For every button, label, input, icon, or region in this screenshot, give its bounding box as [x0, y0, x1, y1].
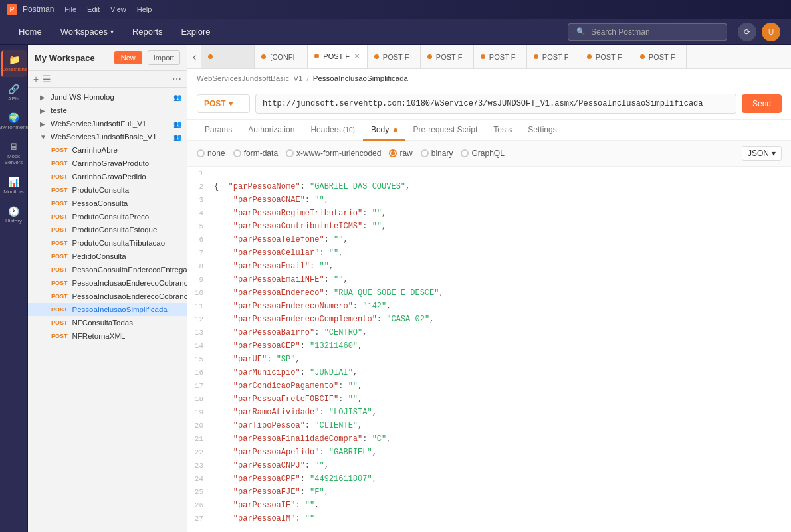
request-name: PedidoConsulta: [72, 252, 181, 260]
body-opt-none[interactable]: none: [197, 149, 225, 158]
line-number: 24: [187, 472, 211, 486]
filter-icon[interactable]: ☰: [43, 74, 51, 84]
tab-tests[interactable]: Tests: [485, 120, 520, 141]
tree-item-pessoa-consulta[interactable]: POST PessoaConsulta: [28, 197, 187, 210]
sidebar-item-monitors[interactable]: 📊 Monitors: [1, 173, 27, 199]
nav-home[interactable]: Home: [11, 23, 50, 41]
tree-item-teste[interactable]: ▶ teste: [28, 104, 187, 117]
sidebar-item-apis[interactable]: 🔗 APIs: [1, 80, 27, 106]
nav-explore[interactable]: Explore: [173, 23, 219, 41]
tab-tab2[interactable]: POST F ✕: [308, 45, 368, 69]
request-name: PessoaConsulta: [72, 199, 181, 207]
line-number: 3: [187, 193, 211, 207]
tree-item-pessoa-inc-end-cob-2[interactable]: POST PessoaInclusaoEnderecoCobranca: [28, 290, 187, 303]
tab-authorization[interactable]: Authorization: [240, 120, 302, 141]
method-chevron: ▾: [229, 99, 233, 108]
tree-item-ws-full[interactable]: ▶ WebServiceJundsoftFull_V1 👥: [28, 117, 187, 130]
url-input[interactable]: http://jundsoft.servehttp.com:10180/WSer…: [255, 94, 736, 114]
line-number: 25: [187, 486, 211, 499]
menu-edit[interactable]: Edit: [87, 5, 100, 13]
tree-item-nf-retorna-xml[interactable]: POST NFRetornaXML: [28, 329, 187, 343]
request-name: PessoaConsultaEnderecoEntregaCobranca: [72, 266, 187, 274]
tab-tab1[interactable]: [CONFI: [255, 45, 308, 69]
tree-item-carrinho-grava-pedido[interactable]: POST CarrinhoGravaPedido: [28, 170, 187, 183]
tree-item-produto-consulta[interactable]: POST ProdutoConsulta: [28, 183, 187, 197]
request-name: ProdutoConsulta: [72, 186, 181, 194]
method-badge: POST: [49, 266, 70, 274]
method-badge: POST: [49, 292, 70, 300]
tab-back-btn[interactable]: ‹: [187, 45, 201, 69]
line-content: "parPessoaRegimeTributario": "",: [211, 207, 791, 220]
tree-item-produto-consulta-tributacao[interactable]: POST ProdutoConsultaTributacao: [28, 236, 187, 250]
sidebar-item-history[interactable]: 🕐 History: [1, 202, 27, 228]
tree-item-pessoa-cons-end-entrega[interactable]: POST PessoaConsultaEnderecoEntregaCobran…: [28, 263, 187, 276]
tree-item-produto-consulta-preco[interactable]: POST ProdutoConsultaPreco: [28, 210, 187, 223]
code-line: 24 "parPessoaCPF": "44921611807",: [187, 472, 791, 486]
request-name: NFConsultaTodas: [72, 319, 181, 327]
more-options-icon[interactable]: ⋯: [172, 74, 181, 84]
tree-item-pessoa-inc-simp[interactable]: POST PessoaInclusaoSimplificada: [28, 303, 187, 316]
tab-body[interactable]: Body: [363, 120, 405, 141]
sidebar-item-environments[interactable]: 🌍 Environments: [1, 108, 27, 135]
nav-workspaces[interactable]: Workspaces ▾: [53, 23, 122, 41]
user-avatar[interactable]: U: [762, 23, 780, 41]
sidebar-item-mock-servers[interactable]: 🖥 Mock Servers: [1, 137, 27, 170]
sidebar-item-collections[interactable]: 📁 Collections: [1, 50, 27, 77]
tab-tab8[interactable]: POST F: [633, 45, 687, 69]
tab-tab6[interactable]: POST F: [527, 45, 580, 69]
tree-item-nf-consulta-todas[interactable]: POST NFConsultaTodas: [28, 316, 187, 329]
tree-item-produto-consulta-estoque[interactable]: POST ProdutoConsultaEstoque: [28, 223, 187, 236]
send-button[interactable]: Send: [742, 94, 782, 113]
body-opt-binary[interactable]: binary: [421, 149, 453, 158]
collab-icon: 👥: [173, 94, 181, 101]
nav-icons: ⟳ U: [738, 23, 780, 41]
tree-item-pessoa-inc-end-cob-1[interactable]: POST PessoaInclusaoEnderecoCobranca: [28, 276, 187, 290]
tree-item-carrinho-abre[interactable]: POST CarrinhoAbre: [28, 143, 187, 157]
radio-formdata: [233, 149, 241, 157]
import-button[interactable]: Import: [148, 50, 180, 65]
tree-item-ws-basic[interactable]: ▼ WebServicesJundsoftBasic_V1 👥: [28, 130, 187, 143]
search-bar[interactable]: 🔍 Search Postman: [568, 23, 727, 41]
line-content: "parPessoaApelido": "GABRIEL",: [211, 446, 791, 459]
request-name: ProdutoConsultaTributacao: [72, 239, 181, 247]
menu-help[interactable]: Help: [137, 5, 152, 13]
json-format-dropdown[interactable]: JSON ▾: [742, 146, 782, 161]
line-content: { "parPessoaNome": "GABRIEL DAS COUVES",: [211, 180, 791, 193]
environments-label: Environments: [0, 124, 30, 131]
new-button[interactable]: New: [114, 51, 142, 64]
body-opt-graphql[interactable]: GraphQL: [461, 149, 504, 158]
code-line: 8 "parPessoaEmail": "",: [187, 260, 791, 273]
add-folder-icon[interactable]: +: [33, 74, 39, 84]
tab-close-icon[interactable]: ✕: [354, 52, 360, 61]
menu-file[interactable]: File: [64, 5, 76, 13]
line-content: "parTipoPessoa": "CLIENTE",: [211, 419, 791, 432]
line-number: 27: [187, 512, 211, 525]
body-opt-raw[interactable]: raw: [389, 149, 412, 158]
menu-view[interactable]: View: [110, 5, 126, 13]
body-opt-formdata[interactable]: form-data: [233, 149, 278, 158]
folder-name: WebServiceJundsoftFull_V1: [51, 120, 171, 128]
body-opt-urlencoded[interactable]: x-www-form-urlencoded: [286, 149, 381, 158]
tab-prerequest[interactable]: Pre-request Script: [405, 120, 486, 141]
tab-status-dot: [640, 54, 645, 59]
tree-item-pedido-consulta[interactable]: POST PedidoConsulta: [28, 250, 187, 263]
tab-settings[interactable]: Settings: [520, 120, 564, 141]
line-content: "parPessoaEmail": "",: [211, 260, 791, 273]
tab-tab4[interactable]: POST F: [421, 45, 474, 69]
nav-reports[interactable]: Reports: [124, 23, 171, 41]
code-editor[interactable]: 1 2 { "parPessoaNome": "GABRIEL DAS COUV…: [187, 167, 791, 532]
tab-tab3[interactable]: POST F: [368, 45, 421, 69]
tree-item-jund-ws[interactable]: ▶ Jund WS Homolog 👥: [28, 90, 187, 104]
line-number: 18: [187, 393, 211, 406]
app-title: Postman: [23, 5, 54, 14]
code-line: 9 "parPessoaEmailNFE": "",: [187, 273, 791, 286]
tab-headers[interactable]: Headers (10): [302, 120, 363, 141]
sync-icon[interactable]: ⟳: [738, 23, 756, 41]
tab-tab7[interactable]: POST F: [580, 45, 633, 69]
method-select[interactable]: POST ▾: [197, 94, 250, 113]
tab-params[interactable]: Params: [197, 120, 240, 141]
code-line: 2 { "parPessoaNome": "GABRIEL DAS COUVES…: [187, 180, 791, 193]
tab-tab5[interactable]: POST F: [474, 45, 527, 69]
tree-item-carrinho-grava-produto[interactable]: POST CarrinhoGravaProduto: [28, 157, 187, 170]
method-badge: POST: [49, 213, 70, 221]
